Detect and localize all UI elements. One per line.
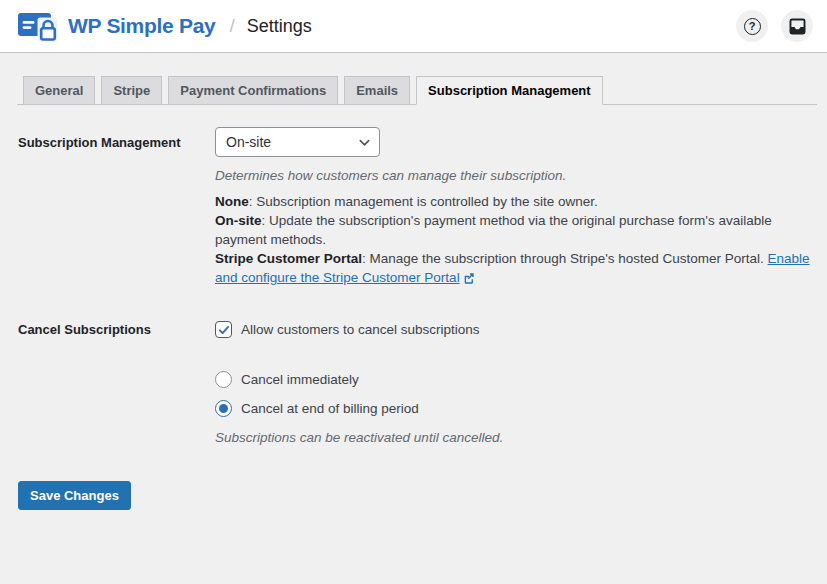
subscription-management-row: Subscription Management On-site Determin… <box>18 127 810 287</box>
help-onsite: On-site: Update the subscription's payme… <box>215 211 810 249</box>
cancel-immediately-radio-row[interactable]: Cancel immediately <box>215 371 810 388</box>
checkmark-icon <box>218 324 230 336</box>
help-onsite-term: On-site <box>215 213 262 228</box>
options-help: None: Subscription management is control… <box>215 192 810 287</box>
cancel-end-of-period-radio[interactable] <box>215 400 232 417</box>
help-none: None: Subscription management is control… <box>215 192 810 211</box>
wp-simple-pay-logo-icon <box>18 10 58 42</box>
app-header: WP Simple Pay / Settings ? <box>0 0 827 53</box>
cancel-immediately-label: Cancel immediately <box>241 372 359 387</box>
tab-stripe[interactable]: Stripe <box>101 76 162 105</box>
tab-emails[interactable]: Emails <box>344 76 410 105</box>
help-portal-text: : Manage the subscription through Stripe… <box>362 251 768 266</box>
select-description: Determines how customers can manage thei… <box>215 168 810 183</box>
cancel-subscriptions-field: Allow customers to cancel subscriptions … <box>215 321 810 445</box>
reactivation-note: Subscriptions can be reactivated until c… <box>215 430 810 445</box>
cancel-subscriptions-row: Cancel Subscriptions Allow customers to … <box>18 321 810 445</box>
cancel-subscriptions-label: Cancel Subscriptions <box>18 321 215 339</box>
breadcrumb-separator: / <box>229 15 234 37</box>
help-onsite-text: : Update the subscription's payment meth… <box>215 213 772 247</box>
chevron-down-icon <box>358 136 371 149</box>
save-changes-button[interactable]: Save Changes <box>18 481 131 510</box>
help-portal: Stripe Customer Portal: Manage the subsc… <box>215 249 810 287</box>
tab-subscription-management[interactable]: Subscription Management <box>416 76 603 105</box>
external-link-icon <box>463 272 475 284</box>
help-button[interactable]: ? <box>736 10 768 42</box>
cancel-end-of-period-radio-row[interactable]: Cancel at end of billing period <box>215 400 810 417</box>
help-portal-term: Stripe Customer Portal <box>215 251 362 266</box>
brand: WP Simple Pay <box>18 10 215 42</box>
question-mark-icon: ? <box>744 18 761 35</box>
cancel-immediately-radio[interactable] <box>215 371 232 388</box>
allow-cancel-label: Allow customers to cancel subscriptions <box>241 322 480 337</box>
allow-cancel-checkbox[interactable] <box>215 321 232 338</box>
tab-payment-confirmations[interactable]: Payment Confirmations <box>168 76 338 105</box>
settings-content: Subscription Management On-site Determin… <box>0 105 827 445</box>
cancel-timing-group: Cancel immediately Cancel at end of bill… <box>215 371 810 417</box>
inbox-icon <box>788 17 807 36</box>
settings-tabbar: General Stripe Payment Confirmations Ema… <box>17 76 817 105</box>
subscription-management-label: Subscription Management <box>18 127 215 152</box>
inbox-button[interactable] <box>781 10 813 42</box>
allow-cancel-checkbox-row[interactable]: Allow customers to cancel subscriptions <box>215 321 810 338</box>
header-actions: ? <box>736 10 813 42</box>
brand-name: WP Simple Pay <box>68 14 215 38</box>
subscription-management-select[interactable]: On-site <box>215 127 380 157</box>
subscription-management-field: On-site Determines how customers can man… <box>215 127 810 287</box>
select-value: On-site <box>226 134 358 150</box>
help-none-term: None <box>215 194 249 209</box>
page-title: Settings <box>247 16 312 37</box>
tab-general[interactable]: General <box>23 76 95 105</box>
help-none-text: : Subscription management is controlled … <box>249 194 598 209</box>
cancel-end-of-period-label: Cancel at end of billing period <box>241 401 419 416</box>
